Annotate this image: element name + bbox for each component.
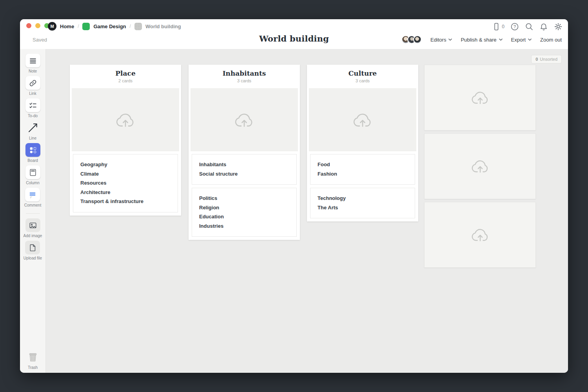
- column-inhabitants[interactable]: Inhabitants 3 cards Inhabitants Social s…: [189, 65, 300, 240]
- editor-avatars[interactable]: [401, 35, 422, 44]
- board-canvas[interactable]: 0 Unsorted Place 2 cards Geography Clima…: [46, 49, 568, 373]
- image-upload-placeholder[interactable]: [72, 88, 179, 151]
- tool-label: Board: [27, 158, 38, 163]
- breadcrumb: M Home / Game Design / World building: [48, 22, 181, 31]
- tool-label: Trash: [28, 365, 38, 370]
- tool-line[interactable]: Line: [25, 121, 40, 140]
- note-line: Politics: [199, 194, 289, 203]
- toolbar-divider: [26, 213, 40, 214]
- image-upload-placeholder[interactable]: [309, 88, 416, 151]
- tool-note[interactable]: Note: [25, 54, 40, 73]
- tool-todo[interactable]: To-do: [25, 98, 40, 118]
- note-line: Food: [318, 160, 408, 169]
- trash-icon: [27, 351, 39, 363]
- phone-icon: [492, 22, 500, 31]
- export-dropdown[interactable]: Export: [511, 37, 532, 43]
- note-line: Education: [199, 212, 289, 221]
- note-line: Climate: [80, 169, 171, 179]
- empty-image-card[interactable]: [424, 65, 536, 131]
- upload-cloud-icon: [233, 109, 255, 131]
- column-place[interactable]: Place 2 cards Geography Climate Resource…: [70, 65, 181, 216]
- board-icon: [29, 146, 37, 154]
- link-icon: [29, 79, 37, 87]
- tool-link[interactable]: Link: [25, 76, 40, 96]
- publish-share-dropdown[interactable]: Publish & share: [461, 37, 502, 43]
- settings-button[interactable]: [554, 22, 563, 31]
- zoom-out-button[interactable]: Zoom out: [540, 37, 562, 43]
- upload-cloud-icon: [470, 225, 490, 245]
- tool-label: Comment: [24, 203, 41, 207]
- column-title[interactable]: Culture: [309, 69, 416, 77]
- gear-icon: [554, 22, 563, 31]
- upload-cloud-icon: [470, 87, 490, 108]
- upload-cloud-icon: [470, 156, 490, 176]
- help-button[interactable]: ?: [510, 22, 519, 31]
- chevron-down-icon: [499, 38, 503, 41]
- upload-cloud-icon: [352, 109, 374, 131]
- mobile-device-button[interactable]: 0: [492, 22, 505, 31]
- todo-icon: [29, 101, 37, 110]
- note-card[interactable]: Food Fashion: [310, 154, 415, 185]
- note-line: Industries: [199, 221, 289, 231]
- breadcrumb-game-design[interactable]: Game Design: [93, 24, 126, 29]
- note-card[interactable]: Politics Religion Education Industries: [192, 188, 297, 237]
- note-card[interactable]: Technology The Arts: [310, 188, 415, 218]
- note-line: Architecture: [80, 188, 171, 197]
- comment-icon: [28, 191, 37, 199]
- tool-label: Line: [29, 136, 36, 140]
- close-window-button[interactable]: [26, 23, 31, 28]
- chevron-down-icon: [528, 38, 532, 41]
- column-culture[interactable]: Culture 3 cards Food Fashion Technology …: [307, 65, 418, 221]
- publish-share-label: Publish & share: [461, 37, 496, 43]
- column-card-count: 3 cards: [309, 78, 416, 83]
- empty-image-card[interactable]: [424, 202, 536, 268]
- unsorted-count: 0: [535, 57, 538, 62]
- unsorted-badge[interactable]: 0 Unsorted: [531, 55, 562, 64]
- search-button[interactable]: [525, 22, 534, 31]
- minimize-window-button[interactable]: [35, 23, 40, 28]
- window-controls: [26, 23, 49, 28]
- tool-label: Column: [26, 181, 39, 185]
- tool-label: Add image: [24, 234, 42, 238]
- breadcrumb-home[interactable]: Home: [60, 24, 74, 29]
- upload-file-icon: [28, 243, 37, 252]
- trash[interactable]: Trash: [25, 350, 40, 370]
- note-line: Geography: [80, 160, 171, 169]
- note-line: Resources: [80, 178, 171, 188]
- board-controls: Editors Publish & share Export Zoom out: [401, 35, 562, 44]
- breadcrumb-separator: /: [78, 24, 79, 29]
- image-upload-placeholder[interactable]: [191, 88, 298, 151]
- breadcrumb-world-building[interactable]: World building: [145, 24, 181, 29]
- column-card-count: 3 cards: [191, 78, 298, 83]
- notifications-button[interactable]: [539, 22, 548, 31]
- zoom-out-label: Zoom out: [540, 37, 562, 43]
- tool-label: Link: [29, 91, 36, 96]
- export-label: Export: [511, 37, 526, 43]
- editors-dropdown[interactable]: Editors: [430, 37, 452, 43]
- header: M Home / Game Design / World building 0 …: [20, 19, 568, 49]
- tool-board[interactable]: Board: [25, 143, 40, 163]
- tool-column[interactable]: Column: [25, 165, 40, 185]
- tool-add-image[interactable]: Add image: [24, 218, 42, 238]
- note-line: Inhabitants: [199, 160, 289, 169]
- column-card-count: 2 cards: [72, 78, 179, 83]
- tool-comment[interactable]: Comment: [24, 188, 41, 207]
- column-title[interactable]: Place: [72, 69, 179, 77]
- svg-text:?: ?: [514, 24, 516, 29]
- note-card[interactable]: Inhabitants Social structure: [192, 154, 297, 185]
- device-count: 0: [502, 24, 505, 29]
- note-line: Fashion: [318, 169, 408, 179]
- column-title[interactable]: Inhabitants: [191, 69, 298, 77]
- note-card[interactable]: Geography Climate Resources Architecture…: [73, 154, 178, 212]
- note-line: Transport & infrastructure: [80, 197, 171, 206]
- add-image-icon: [29, 221, 37, 230]
- board-icon-green: [82, 23, 90, 30]
- tool-upload-file[interactable]: Upload file: [24, 241, 42, 260]
- header-icon-bar: 0 ?: [492, 22, 563, 31]
- milanote-logo-icon[interactable]: M: [48, 22, 56, 31]
- board-icon-gray: [134, 23, 142, 30]
- bell-icon: [539, 22, 548, 31]
- help-icon: ?: [510, 22, 519, 31]
- note-icon: [29, 56, 37, 65]
- empty-image-card[interactable]: [424, 133, 536, 199]
